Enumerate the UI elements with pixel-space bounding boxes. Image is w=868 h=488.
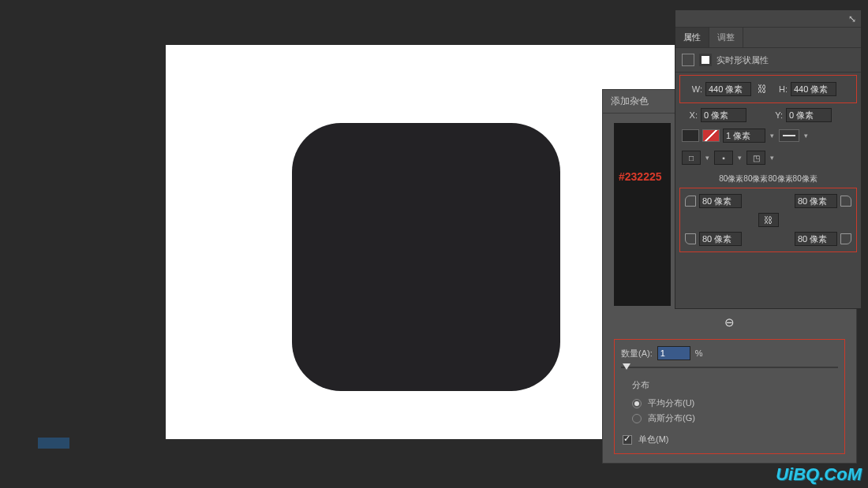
link-wh-icon[interactable]: ⛓ (754, 84, 770, 95)
align-button[interactable]: ▪ (714, 151, 733, 165)
stroke-swatch[interactable] (702, 129, 720, 142)
mono-check-row[interactable]: 单色(M) (623, 434, 838, 445)
align-dropdown-icon[interactable]: ▾ (736, 154, 743, 162)
props-tabs: 属性 调整 (675, 28, 861, 48)
width-height-row: W: ⛓ H: (683, 78, 853, 100)
amount-input[interactable] (657, 346, 690, 360)
height-input[interactable] (791, 82, 836, 96)
shape-outline-icon (682, 54, 694, 66)
corner-bl-input[interactable] (699, 232, 742, 246)
rounded-rectangle-shape[interactable] (292, 123, 560, 391)
gaussian-label: 高斯分布(G) (648, 412, 695, 424)
y-input[interactable] (786, 108, 832, 122)
noise-controls-group: 数量(A): % 分布 平均分布(U) 高斯分布(G) 单色(M) (614, 339, 845, 454)
shape-mask-icon (699, 54, 712, 66)
corner-tl-icon (685, 196, 696, 207)
corner-bottom-row (683, 229, 853, 248)
stroke-style-picker[interactable] (779, 129, 799, 142)
hex-color-label: #232225 (619, 170, 662, 183)
xy-row: X: Y: (675, 106, 861, 125)
uniform-label: 平均分布(U) (648, 397, 694, 409)
tab-adjustments[interactable]: 调整 (709, 28, 743, 47)
properties-panel: ⤡ 属性 调整 实时形状属性 W: ⛓ H: X: Y: ▾ ▾ □ ▾ (675, 9, 862, 309)
uniform-radio[interactable] (632, 399, 642, 408)
stroke-width-input[interactable] (723, 129, 765, 143)
y-label: Y: (769, 110, 783, 120)
cap-button[interactable]: □ (682, 151, 701, 165)
fill-swatch[interactable] (682, 129, 699, 142)
gaussian-radio[interactable] (632, 414, 642, 423)
width-input[interactable] (705, 82, 751, 96)
corners-summary: 80像素80像素80像素80像素 (675, 169, 861, 186)
slider-thumb-icon[interactable] (623, 363, 630, 370)
wh-highlight: W: ⛓ H: (679, 75, 857, 103)
panel-topbar: ⤡ (675, 10, 861, 28)
corner-tr-icon (840, 196, 851, 207)
corner-br-icon (840, 233, 851, 244)
props-shape-header: 实时形状属性 (675, 48, 861, 73)
stroke-width-dropdown-icon[interactable]: ▾ (769, 132, 776, 140)
join-button[interactable]: ◳ (746, 151, 765, 165)
mono-checkbox[interactable] (623, 435, 632, 445)
gaussian-radio-row[interactable]: 高斯分布(G) (632, 412, 838, 424)
corner-tl-input[interactable] (699, 194, 742, 208)
zoom-row: ⊖ (603, 311, 856, 334)
watermark: UiBQ.CoM (776, 464, 862, 485)
watermark-left (38, 438, 69, 449)
collapse-icon[interactable]: ⤡ (848, 13, 856, 24)
amount-unit: % (695, 348, 703, 358)
mono-label: 单色(M) (638, 434, 669, 445)
cap-dropdown-icon[interactable]: ▾ (704, 154, 711, 162)
h-label: H: (773, 84, 788, 94)
fill-stroke-row: ▾ ▾ (675, 125, 861, 147)
x-label: X: (683, 110, 698, 120)
x-input[interactable] (701, 108, 746, 122)
noise-preview: #232225 (614, 123, 671, 306)
corner-bl-icon (685, 233, 696, 244)
zoom-out-icon[interactable]: ⊖ (724, 315, 735, 330)
join-dropdown-icon[interactable]: ▾ (769, 154, 776, 162)
tab-properties[interactable]: 属性 (675, 28, 709, 47)
corner-link-row: ⛓ (683, 210, 853, 229)
corner-tr-input[interactable] (795, 194, 837, 208)
corner-br-input[interactable] (795, 232, 837, 246)
corner-top-row (683, 192, 853, 210)
amount-label: 数量(A): (621, 348, 653, 359)
uniform-radio-row[interactable]: 平均分布(U) (632, 397, 838, 409)
amount-slider[interactable] (621, 367, 838, 368)
amount-row: 数量(A): % (621, 346, 838, 360)
corner-radius-group: ⛓ (679, 188, 857, 252)
stroke-style-dropdown-icon[interactable]: ▾ (803, 132, 810, 140)
w-label: W: (688, 84, 702, 94)
link-corners-button[interactable]: ⛓ (758, 213, 779, 227)
live-shape-label: 实时形状属性 (716, 54, 769, 66)
distribution-label: 分布 (632, 379, 838, 391)
stroke-options-row: □ ▾ ▪ ▾ ◳ ▾ (675, 147, 861, 169)
